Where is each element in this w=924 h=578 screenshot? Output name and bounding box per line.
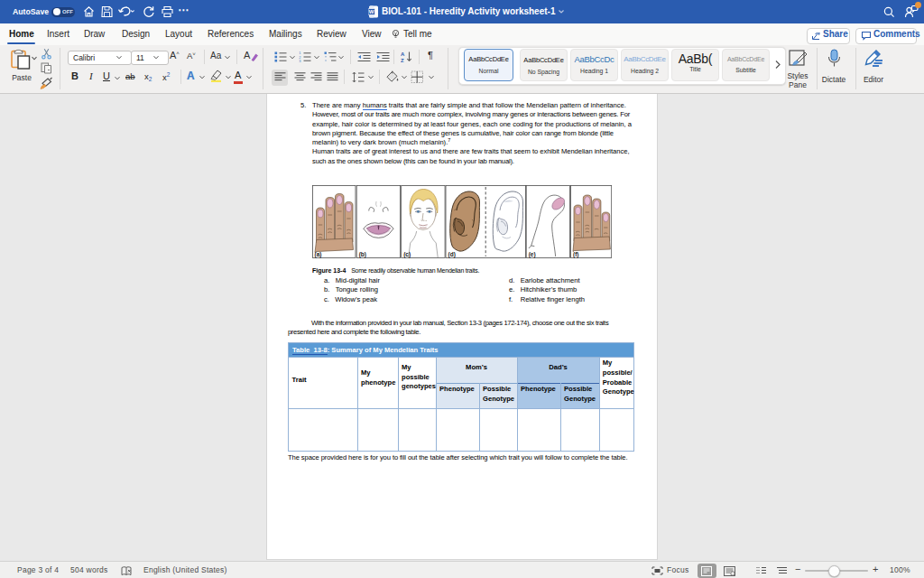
svg-text:(f): (f)	[573, 251, 579, 258]
svg-text:3: 3	[299, 59, 301, 62]
svg-text:(e): (e)	[529, 251, 536, 258]
svg-text:A: A	[401, 51, 405, 57]
svg-text:(c): (c)	[403, 251, 411, 258]
svg-text:(d): (d)	[448, 251, 456, 258]
svg-text:Z: Z	[401, 58, 404, 63]
svg-text:(a): (a)	[315, 251, 322, 258]
svg-text:W: W	[369, 9, 374, 14]
svg-text:(b): (b)	[359, 251, 366, 258]
